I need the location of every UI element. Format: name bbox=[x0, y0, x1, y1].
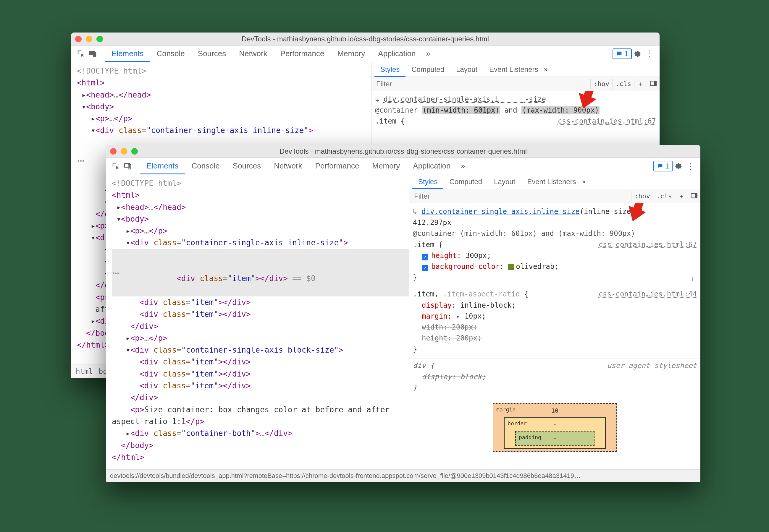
close-icon[interactable] bbox=[110, 148, 116, 155]
elements-tree[interactable]: <!DOCTYPE html> <html> ▸<head>…</head> ▾… bbox=[106, 174, 409, 469]
new-rule-icon[interactable]: ＋ bbox=[675, 191, 688, 202]
container-rule[interactable]: @container (min-width: 601px) and (max-w… bbox=[413, 228, 697, 239]
more-tabs-icon[interactable]: » bbox=[423, 48, 434, 60]
subtab-styles[interactable]: Styles bbox=[374, 62, 406, 77]
add-prop-icon[interactable]: ＋ bbox=[689, 272, 697, 285]
div-1-close[interactable]: </div> bbox=[112, 320, 409, 332]
rule-item[interactable]: css-contain…ies.html:67 .item { height: … bbox=[413, 239, 697, 283]
cls-toggle[interactable]: .cls bbox=[612, 79, 634, 89]
div-2-close[interactable]: </div> bbox=[112, 392, 409, 403]
titlebar[interactable]: DevTools - mathiasbynens.github.io/css-d… bbox=[106, 145, 700, 158]
inspect-element-icon[interactable] bbox=[75, 48, 87, 60]
prop-display[interactable]: display: inline-block; bbox=[413, 300, 697, 311]
subtab-event-listeners[interactable]: Event Listeners bbox=[521, 174, 582, 189]
tab-elements[interactable]: Elements bbox=[105, 46, 150, 62]
source-location-1[interactable]: css-contain…ies.html:67 bbox=[599, 239, 697, 250]
p-empty-2[interactable]: ▸<p>…</p> bbox=[112, 332, 409, 344]
tab-elements[interactable]: Elements bbox=[140, 158, 185, 174]
rule-div-ua[interactable]: user agent stylesheet div { display: blo… bbox=[413, 360, 697, 393]
div-item-3[interactable]: <div class="item"></div> bbox=[112, 308, 409, 320]
cq-origin-link[interactable]: div.container-single-axis.inline-size bbox=[422, 207, 580, 216]
crumb-row[interactable]: ↳ div.container-single-axis.i -size bbox=[375, 94, 656, 105]
kebab-menu-icon[interactable]: ⋮ bbox=[684, 160, 696, 172]
item-selector[interactable]: css-contain…ies.html:67 .item { bbox=[375, 116, 656, 127]
issues-badge[interactable]: 1 bbox=[653, 161, 673, 171]
div-container-2[interactable]: ▾<div class="container-single-axis block… bbox=[112, 344, 409, 356]
new-rule-icon[interactable]: ＋ bbox=[634, 78, 647, 90]
settings-gear-icon[interactable] bbox=[673, 160, 684, 172]
titlebar[interactable]: DevTools - mathiasbynens.github.io/css-d… bbox=[71, 33, 660, 46]
div2-item-2[interactable]: <div class="item"></div> bbox=[112, 368, 409, 380]
breadcrumb-item[interactable]: html bbox=[76, 367, 93, 376]
div2-item-1[interactable]: <div class="item"></div> bbox=[112, 356, 409, 368]
head[interactable]: ▸<head>…</head> bbox=[112, 201, 409, 213]
toggle-sidebar-icon[interactable] bbox=[647, 79, 660, 89]
tab-sources[interactable]: Sources bbox=[191, 46, 232, 62]
subtab-computed[interactable]: Computed bbox=[406, 62, 450, 77]
settings-gear-icon[interactable] bbox=[632, 48, 644, 60]
tab-network[interactable]: Network bbox=[232, 46, 273, 62]
more-subtabs-icon[interactable]: » bbox=[544, 66, 548, 73]
inspect-element-icon[interactable] bbox=[110, 160, 122, 172]
html-open[interactable]: <html> bbox=[77, 77, 371, 89]
html-close[interactable]: </html> bbox=[112, 451, 409, 463]
tab-console[interactable]: Console bbox=[185, 158, 226, 174]
div-item-selected[interactable]: <div class="item"></div> == $0 bbox=[112, 249, 409, 296]
subtab-computed[interactable]: Computed bbox=[443, 174, 488, 189]
p-node[interactable]: ▸<p>…</p> bbox=[77, 113, 371, 124]
tab-performance[interactable]: Performance bbox=[274, 46, 331, 62]
container-rule[interactable]: @container (min-width: 601px) and (max-w… bbox=[375, 105, 656, 116]
body-close[interactable]: </body> bbox=[112, 439, 409, 451]
tab-sources[interactable]: Sources bbox=[226, 158, 267, 174]
head[interactable]: ▸<head>…</head> bbox=[77, 89, 371, 101]
prop-height-struck[interactable]: height: 200px; bbox=[413, 333, 697, 344]
tab-performance[interactable]: Performance bbox=[309, 158, 366, 174]
toggle-sidebar-icon[interactable] bbox=[688, 191, 700, 201]
checkbox-icon[interactable] bbox=[422, 265, 428, 271]
p-empty-1[interactable]: ▸<p>…</p> bbox=[112, 225, 409, 237]
div-container-1[interactable]: ▾<div class="container-single-axis inlin… bbox=[77, 124, 371, 136]
more-tabs-icon[interactable]: » bbox=[457, 160, 469, 172]
tab-memory[interactable]: Memory bbox=[331, 46, 371, 62]
prop-margin[interactable]: margin: ▸ 10px; bbox=[413, 311, 697, 322]
kebab-menu-icon[interactable]: ⋮ bbox=[644, 48, 655, 60]
checkbox-icon[interactable] bbox=[422, 254, 428, 260]
minimize-icon[interactable] bbox=[86, 36, 92, 42]
box-model-border[interactable]: border - padding - bbox=[504, 417, 606, 449]
prop-width-struck[interactable]: width: 200px; bbox=[413, 322, 697, 333]
source-location-2[interactable]: css-contain…ies.html:44 bbox=[599, 289, 697, 300]
more-subtabs-icon[interactable]: » bbox=[582, 178, 586, 186]
cls-toggle[interactable]: .cls bbox=[653, 191, 675, 201]
color-swatch-icon[interactable] bbox=[508, 264, 514, 270]
html-open[interactable]: <html> bbox=[112, 189, 409, 201]
hov-toggle[interactable]: :hov bbox=[590, 79, 612, 89]
prop-bg[interactable]: background-color: olivedrab; bbox=[413, 261, 697, 272]
tab-application[interactable]: Application bbox=[407, 158, 457, 174]
hov-toggle[interactable]: :hov bbox=[631, 191, 653, 201]
box-model-padding[interactable]: padding - bbox=[515, 431, 595, 446]
subtab-layout[interactable]: Layout bbox=[450, 62, 483, 77]
tab-memory[interactable]: Memory bbox=[365, 158, 407, 174]
box-model-margin[interactable]: margin 10 border - padding - bbox=[493, 403, 617, 452]
subtab-event-listeners[interactable]: Event Listeners bbox=[483, 62, 544, 77]
subtab-layout[interactable]: Layout bbox=[488, 174, 521, 189]
tab-application[interactable]: Application bbox=[371, 46, 422, 62]
div-both[interactable]: ▸<div class="container-both">…</div> bbox=[112, 427, 409, 439]
rule-item-aspect[interactable]: css-contain…ies.html:44 .item, .item-asp… bbox=[413, 289, 697, 355]
body-open[interactable]: ▾<body> bbox=[77, 101, 371, 113]
prop-height[interactable]: height: 300px; bbox=[413, 250, 697, 261]
source-location[interactable]: css-contain…ies.html:67 bbox=[558, 116, 656, 127]
div2-item-3[interactable]: <div class="item"></div> bbox=[112, 380, 409, 392]
body-open[interactable]: ▾<body> bbox=[112, 213, 409, 225]
maximize-icon[interactable] bbox=[96, 36, 103, 42]
device-toolbar-icon[interactable] bbox=[122, 160, 134, 172]
filter-input[interactable] bbox=[410, 192, 631, 200]
tab-console[interactable]: Console bbox=[150, 46, 191, 62]
div-item-2[interactable]: <div class="item"></div> bbox=[112, 296, 409, 308]
filter-input[interactable] bbox=[371, 80, 590, 88]
cq-origin[interactable]: div.container-single-axis.i -size bbox=[383, 95, 546, 103]
p-text-node[interactable]: <p>Size container: box changes color at … bbox=[112, 404, 409, 428]
close-icon[interactable] bbox=[75, 36, 82, 42]
cq-origin-row[interactable]: ↳ div.container-single-axis.inline-size(… bbox=[413, 206, 697, 217]
issues-badge[interactable]: 1 bbox=[613, 48, 632, 59]
